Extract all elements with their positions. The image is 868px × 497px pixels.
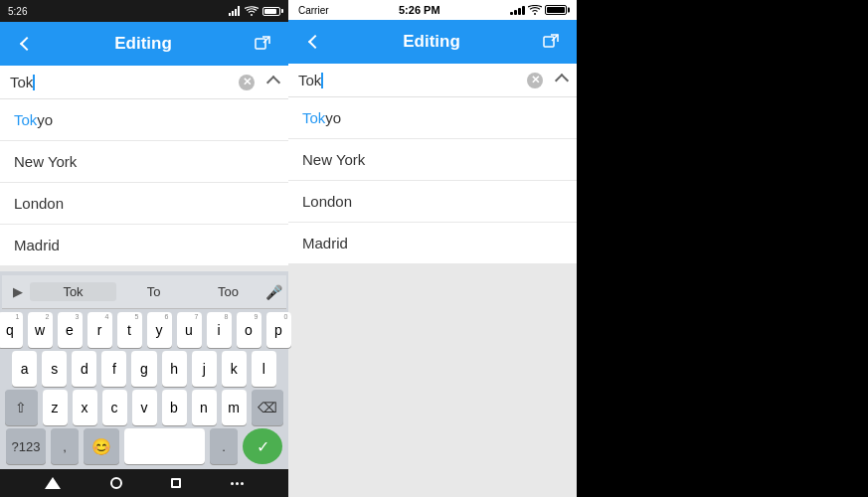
- key-z[interactable]: z: [43, 390, 68, 425]
- kbd-mic-icon[interactable]: 🎤: [265, 284, 282, 300]
- ios-back-button[interactable]: [302, 33, 324, 51]
- list-item[interactable]: New York: [0, 141, 288, 183]
- key-v[interactable]: v: [132, 390, 157, 425]
- key-emoji[interactable]: 😊: [84, 428, 119, 464]
- android-status-left: 5:26: [8, 6, 27, 17]
- keyboard-row-3: ⇧ z x c v b n m ⌫: [2, 390, 286, 425]
- key-c[interactable]: c: [102, 390, 127, 425]
- back-chevron-icon: [20, 37, 34, 51]
- key-j[interactable]: j: [192, 351, 217, 387]
- android-cursor: [33, 75, 35, 90]
- key-f[interactable]: f: [101, 351, 126, 387]
- ios-suggestion-list: Tokyo New York London Madrid: [288, 97, 577, 263]
- android-external-button[interactable]: [251, 32, 274, 56]
- ios-item-text: Madrid: [302, 235, 348, 251]
- svg-rect-2: [235, 9, 237, 16]
- key-x[interactable]: x: [73, 390, 97, 425]
- item-text: New York: [14, 153, 77, 170]
- ios-search-field[interactable]: Tok: [298, 72, 521, 88]
- key-numbers[interactable]: ?123: [6, 428, 46, 464]
- ios-toolbar-title: Editing: [324, 32, 539, 52]
- ios-search-value: Tok: [298, 72, 321, 88]
- ios-collapse-icon[interactable]: [555, 73, 569, 86]
- key-a[interactable]: a: [12, 351, 37, 387]
- list-item[interactable]: Madrid: [288, 223, 577, 263]
- kbd-suggest-to[interactable]: To: [116, 284, 191, 299]
- android-search-field[interactable]: Tok: [10, 74, 233, 90]
- key-p[interactable]: p0: [266, 312, 291, 348]
- key-space[interactable]: [124, 428, 205, 464]
- android-search-row[interactable]: Tok ✕: [0, 66, 288, 99]
- list-item[interactable]: London: [0, 183, 288, 225]
- key-g[interactable]: g: [131, 351, 156, 387]
- kbd-suggest-tok[interactable]: Tok: [30, 282, 116, 301]
- ios-spacer: [288, 263, 577, 497]
- nav-recents-icon[interactable]: [171, 478, 181, 488]
- android-clear-button[interactable]: ✕: [239, 75, 255, 90]
- ios-search-row[interactable]: Tok ✕: [288, 64, 577, 97]
- key-i[interactable]: i8: [207, 312, 232, 348]
- key-s[interactable]: s: [42, 351, 67, 387]
- key-q[interactable]: q1: [0, 312, 23, 348]
- ios-item-text: New York: [302, 151, 365, 168]
- android-suggestion-list: Tokyo New York London Madrid: [0, 99, 288, 265]
- key-m[interactable]: m: [222, 390, 247, 425]
- key-w[interactable]: w2: [28, 312, 53, 348]
- ios-rest-text: yo: [325, 109, 341, 126]
- list-item[interactable]: Tokyo: [0, 99, 288, 141]
- ios-status-icons: [510, 5, 567, 15]
- key-period[interactable]: .: [210, 428, 238, 464]
- keyboard-suggestions-bar: ▶ Tok To Too 🎤: [2, 275, 286, 309]
- android-status-bar: 5:26: [0, 0, 288, 22]
- key-t[interactable]: t5: [117, 312, 142, 348]
- key-b[interactable]: b: [162, 390, 187, 425]
- keyboard-row-2: a s d f g h j k l: [2, 351, 286, 387]
- key-h[interactable]: h: [162, 351, 187, 387]
- list-item[interactable]: Tokyo: [288, 97, 577, 139]
- list-item[interactable]: Madrid: [0, 225, 288, 265]
- keyboard-row-1: q1 w2 e3 r4 t5 y6 u7 i8 o9 p0: [2, 312, 286, 348]
- ios-toolbar: Editing: [288, 20, 577, 64]
- black-panel: [577, 0, 868, 497]
- nav-home-icon[interactable]: [110, 477, 122, 489]
- android-toolbar: Editing: [0, 22, 288, 66]
- list-item[interactable]: London: [288, 181, 577, 223]
- wifi-icon: [245, 6, 259, 16]
- key-y[interactable]: y6: [147, 312, 172, 348]
- key-backspace[interactable]: ⌫: [252, 390, 284, 425]
- ios-back-chevron-icon: [308, 35, 322, 49]
- svg-rect-4: [256, 39, 265, 49]
- android-back-button[interactable]: [14, 35, 36, 53]
- key-o[interactable]: o9: [237, 312, 261, 348]
- ios-clear-icon: ✕: [527, 73, 543, 88]
- key-comma[interactable]: ,: [51, 428, 79, 464]
- item-text: London: [14, 195, 64, 212]
- key-k[interactable]: k: [222, 351, 247, 387]
- ios-panel: Carrier 5:26 PM Editing: [288, 0, 577, 497]
- key-d[interactable]: d: [72, 351, 96, 387]
- rest-text: yo: [37, 111, 53, 128]
- list-item[interactable]: New York: [288, 139, 577, 181]
- ios-external-link-icon: [543, 34, 559, 50]
- key-e[interactable]: e3: [58, 312, 83, 348]
- key-n[interactable]: n: [192, 390, 217, 425]
- key-r[interactable]: r4: [87, 312, 112, 348]
- nav-back-icon[interactable]: [45, 477, 61, 489]
- ios-cursor: [321, 73, 323, 88]
- external-link-icon: [255, 36, 270, 52]
- svg-line-7: [552, 35, 558, 41]
- ios-external-button[interactable]: [539, 30, 563, 54]
- android-status-right: [229, 6, 280, 16]
- android-keyboard: ▶ Tok To Too 🎤 q1 w2 e3 r4 t5 y6 u7 i8 o…: [0, 271, 288, 469]
- svg-rect-6: [544, 37, 554, 47]
- key-enter[interactable]: ✓: [243, 428, 282, 464]
- android-collapse-icon[interactable]: [266, 75, 280, 88]
- ios-clear-button[interactable]: ✕: [527, 73, 543, 88]
- key-u[interactable]: u7: [177, 312, 202, 348]
- key-shift[interactable]: ⇧: [5, 390, 38, 425]
- key-l[interactable]: l: [252, 351, 276, 387]
- kbd-suggest-arrow[interactable]: ▶: [6, 280, 30, 304]
- kbd-suggest-too[interactable]: Too: [191, 284, 265, 299]
- signal-icon: [229, 6, 241, 16]
- ios-time: 5:26 PM: [399, 4, 440, 16]
